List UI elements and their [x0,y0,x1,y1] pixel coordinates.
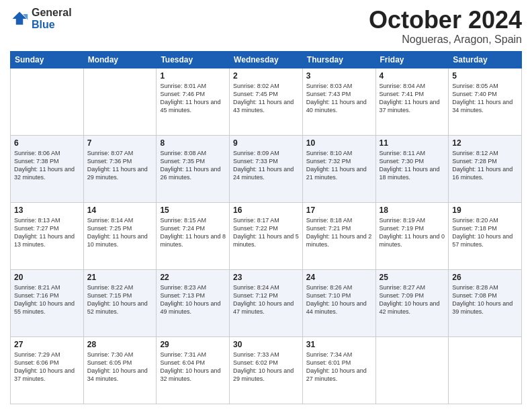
day-number: 20 [14,273,80,282]
table-row: 2Sunrise: 8:02 AM Sunset: 7:45 PM Daylig… [230,68,303,135]
day-info: Sunrise: 8:05 AM Sunset: 7:40 PM Dayligh… [452,82,518,115]
table-row: 28Sunrise: 7:30 AM Sunset: 6:05 PM Dayli… [83,336,157,404]
day-number: 23 [233,273,299,282]
table-row [449,336,522,404]
calendar-week-row: 27Sunrise: 7:29 AM Sunset: 6:06 PM Dayli… [11,336,522,404]
title-section: October 2024 Nogueras, Aragon, Spain [369,7,522,46]
day-info: Sunrise: 7:29 AM Sunset: 6:06 PM Dayligh… [14,351,80,383]
table-row: 23Sunrise: 8:24 AM Sunset: 7:12 PM Dayli… [230,269,303,336]
day-number: 15 [160,205,226,215]
table-row: 30Sunrise: 7:33 AM Sunset: 6:02 PM Dayli… [230,336,303,404]
day-info: Sunrise: 8:13 AM Sunset: 7:27 PM Dayligh… [14,216,80,249]
day-number: 21 [87,273,153,282]
table-row: 10Sunrise: 8:10 AM Sunset: 7:32 PM Dayli… [302,135,375,202]
day-number: 25 [380,273,445,282]
day-info: Sunrise: 8:01 AM Sunset: 7:46 PM Dayligh… [160,82,226,115]
table-row [83,68,157,135]
table-row: 18Sunrise: 8:19 AM Sunset: 7:19 PM Dayli… [375,202,449,269]
day-number: 31 [306,340,372,349]
day-info: Sunrise: 8:18 AM Sunset: 7:21 PM Dayligh… [306,216,372,249]
table-row: 22Sunrise: 8:23 AM Sunset: 7:13 PM Dayli… [157,269,230,336]
col-friday: Friday [375,51,449,68]
table-row: 6Sunrise: 8:06 AM Sunset: 7:38 PM Daylig… [11,135,84,202]
calendar-table: Sunday Monday Tuesday Wednesday Thursday… [10,51,522,404]
table-row: 31Sunrise: 7:34 AM Sunset: 6:01 PM Dayli… [302,336,375,404]
day-info: Sunrise: 8:09 AM Sunset: 7:33 PM Dayligh… [233,149,299,182]
day-info: Sunrise: 8:27 AM Sunset: 7:09 PM Dayligh… [380,283,445,316]
col-saturday: Saturday [449,51,522,68]
day-info: Sunrise: 8:08 AM Sunset: 7:35 PM Dayligh… [160,149,226,182]
col-tuesday: Tuesday [157,51,230,68]
table-row: 12Sunrise: 8:12 AM Sunset: 7:28 PM Dayli… [449,135,522,202]
day-info: Sunrise: 7:31 AM Sunset: 6:04 PM Dayligh… [160,351,226,383]
day-number: 5 [452,71,518,81]
day-info: Sunrise: 8:24 AM Sunset: 7:12 PM Dayligh… [233,283,299,316]
day-info: Sunrise: 8:12 AM Sunset: 7:28 PM Dayligh… [452,149,518,182]
day-number: 18 [380,205,445,215]
day-number: 4 [380,71,445,81]
day-info: Sunrise: 8:07 AM Sunset: 7:36 PM Dayligh… [87,149,153,182]
calendar-week-row: 1Sunrise: 8:01 AM Sunset: 7:46 PM Daylig… [11,68,522,135]
table-row: 7Sunrise: 8:07 AM Sunset: 7:36 PM Daylig… [83,135,157,202]
day-number: 12 [452,138,518,148]
svg-marker-0 [13,11,27,24]
table-row: 26Sunrise: 8:28 AM Sunset: 7:08 PM Dayli… [449,269,522,336]
day-number: 29 [160,340,226,349]
day-info: Sunrise: 8:06 AM Sunset: 7:38 PM Dayligh… [14,149,80,182]
table-row: 29Sunrise: 7:31 AM Sunset: 6:04 PM Dayli… [157,336,230,404]
day-info: Sunrise: 7:34 AM Sunset: 6:01 PM Dayligh… [306,351,372,383]
col-thursday: Thursday [302,51,375,68]
day-number: 9 [233,138,299,148]
table-row: 8Sunrise: 8:08 AM Sunset: 7:35 PM Daylig… [157,135,230,202]
day-info: Sunrise: 8:19 AM Sunset: 7:19 PM Dayligh… [380,216,445,249]
day-number: 19 [452,205,518,215]
page: General Blue October 2024 Nogueras, Arag… [0,0,532,411]
calendar-week-row: 13Sunrise: 8:13 AM Sunset: 7:27 PM Dayli… [11,202,522,269]
table-row [375,336,449,404]
day-info: Sunrise: 8:17 AM Sunset: 7:22 PM Dayligh… [233,216,299,249]
day-info: Sunrise: 8:02 AM Sunset: 7:45 PM Dayligh… [233,82,299,115]
day-number: 7 [87,138,153,148]
col-monday: Monday [83,51,157,68]
table-row: 17Sunrise: 8:18 AM Sunset: 7:21 PM Dayli… [302,202,375,269]
calendar-week-row: 20Sunrise: 8:21 AM Sunset: 7:16 PM Dayli… [11,269,522,336]
day-number: 2 [233,71,299,81]
day-info: Sunrise: 7:33 AM Sunset: 6:02 PM Dayligh… [233,351,299,383]
logo-general: General [32,7,72,19]
day-info: Sunrise: 8:04 AM Sunset: 7:41 PM Dayligh… [380,82,445,115]
day-number: 24 [306,273,372,282]
table-row: 20Sunrise: 8:21 AM Sunset: 7:16 PM Dayli… [11,269,84,336]
table-row: 13Sunrise: 8:13 AM Sunset: 7:27 PM Dayli… [11,202,84,269]
logo-text: General Blue [32,7,72,30]
day-number: 6 [14,138,80,148]
table-row: 14Sunrise: 8:14 AM Sunset: 7:25 PM Dayli… [83,202,157,269]
col-wednesday: Wednesday [230,51,303,68]
day-info: Sunrise: 8:10 AM Sunset: 7:32 PM Dayligh… [306,149,372,182]
day-info: Sunrise: 8:21 AM Sunset: 7:16 PM Dayligh… [14,283,80,316]
table-row: 16Sunrise: 8:17 AM Sunset: 7:22 PM Dayli… [230,202,303,269]
day-number: 22 [160,273,226,282]
day-number: 14 [87,205,153,215]
logo-blue: Blue [32,19,72,31]
calendar-week-row: 6Sunrise: 8:06 AM Sunset: 7:38 PM Daylig… [11,135,522,202]
day-number: 13 [14,205,80,215]
calendar-header-row: Sunday Monday Tuesday Wednesday Thursday… [11,51,522,68]
day-info: Sunrise: 7:30 AM Sunset: 6:05 PM Dayligh… [87,351,153,383]
subtitle: Nogueras, Aragon, Spain [369,34,522,46]
day-info: Sunrise: 8:11 AM Sunset: 7:30 PM Dayligh… [380,149,445,182]
table-row: 11Sunrise: 8:11 AM Sunset: 7:30 PM Dayli… [375,135,449,202]
day-number: 30 [233,340,299,349]
table-row: 3Sunrise: 8:03 AM Sunset: 7:43 PM Daylig… [302,68,375,135]
day-number: 3 [306,71,372,81]
day-info: Sunrise: 8:03 AM Sunset: 7:43 PM Dayligh… [306,82,372,115]
day-info: Sunrise: 8:15 AM Sunset: 7:24 PM Dayligh… [160,216,226,249]
table-row: 27Sunrise: 7:29 AM Sunset: 6:06 PM Dayli… [11,336,84,404]
logo: General Blue [10,7,72,30]
day-number: 26 [452,273,518,282]
table-row: 24Sunrise: 8:26 AM Sunset: 7:10 PM Dayli… [302,269,375,336]
table-row: 25Sunrise: 8:27 AM Sunset: 7:09 PM Dayli… [375,269,449,336]
day-info: Sunrise: 8:26 AM Sunset: 7:10 PM Dayligh… [306,283,372,316]
table-row: 4Sunrise: 8:04 AM Sunset: 7:41 PM Daylig… [375,68,449,135]
day-number: 27 [14,340,80,349]
day-info: Sunrise: 8:20 AM Sunset: 7:18 PM Dayligh… [452,216,518,249]
